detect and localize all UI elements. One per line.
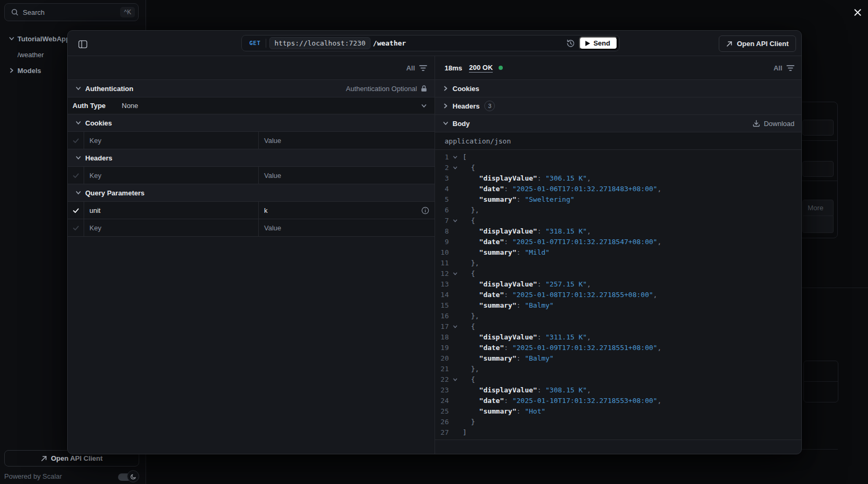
json-punctuation-token: : — [504, 185, 512, 193]
json-punctuation-token: , — [587, 280, 591, 288]
open-api-client-button[interactable]: Open API Client — [719, 35, 796, 52]
json-string-token: "Sweltering" — [525, 195, 574, 203]
row-checkbox-checked[interactable] — [68, 202, 84, 219]
info-icon[interactable] — [421, 207, 429, 214]
response-filter-all[interactable]: All — [773, 64, 794, 72]
code-text: "displayValue": "311.15 K", — [463, 332, 802, 343]
code-text: "summary": "Sweltering" — [463, 194, 802, 205]
send-button[interactable]: Send — [579, 37, 618, 50]
response-section-body[interactable]: Body Download — [435, 115, 802, 132]
row-key-input[interactable]: Key — [84, 219, 259, 236]
row-value-input[interactable]: k — [259, 202, 435, 219]
code-text: "displayValue": "306.15 K", — [463, 173, 802, 184]
json-punctuation-token: { — [463, 164, 475, 172]
row-checkbox[interactable] — [68, 219, 84, 236]
row-value-input[interactable]: Value — [259, 219, 435, 236]
line-number: 11 — [437, 258, 449, 268]
line-number: 13 — [437, 279, 449, 290]
chevron-down-icon — [75, 190, 82, 196]
json-key-token: "summary" — [463, 407, 517, 415]
chevron-right-icon — [442, 85, 449, 92]
fold-spacer — [449, 396, 463, 406]
background-more-label: More — [808, 204, 824, 212]
json-key-token: "summary" — [463, 248, 517, 256]
dark-mode-toggle[interactable] — [118, 470, 139, 483]
section-query-parameters[interactable]: Query Parameters — [68, 184, 435, 202]
fold-chevron-icon[interactable] — [449, 163, 463, 173]
section-title: Cookies — [453, 85, 480, 93]
line-number: 27 — [437, 427, 449, 438]
json-string-token: "Balmy" — [525, 301, 554, 309]
code-line: 18 "displayValue": "311.15 K", — [435, 332, 802, 343]
sidebar-item-label: Models — [17, 67, 41, 75]
fold-spacer — [449, 332, 463, 343]
json-punctuation-token: , — [657, 397, 662, 405]
address-bar[interactable]: GET https://localhost:7230 /weather Send — [241, 35, 620, 51]
fold-chevron-icon[interactable] — [449, 268, 463, 279]
sidebar-toggle-icon[interactable] — [78, 40, 87, 48]
code-text: { — [463, 321, 802, 332]
response-status[interactable]: 200 OK — [469, 64, 493, 73]
fold-chevron-icon[interactable] — [449, 374, 463, 385]
response-section-cookies[interactable]: Cookies — [435, 80, 802, 97]
request-path[interactable]: /weather — [373, 39, 406, 47]
fold-chevron-icon[interactable] — [449, 321, 463, 332]
value-placeholder: Value — [264, 172, 281, 180]
history-icon[interactable] — [566, 39, 575, 48]
row-value-input[interactable]: Value — [259, 132, 435, 149]
json-punctuation-token: : — [504, 397, 512, 405]
section-cookies[interactable]: Cookies — [68, 114, 435, 132]
json-key-token: "summary" — [463, 354, 517, 362]
fold-chevron-icon[interactable] — [449, 152, 463, 163]
row-key-input[interactable]: unit — [84, 202, 259, 219]
background-more-button: More — [802, 200, 834, 216]
response-body-code[interactable]: 1[2 {3 "displayValue": "306.15 K",4 "dat… — [435, 150, 802, 440]
chevron-right-icon — [8, 67, 15, 74]
code-text: "summary": "Hot" — [463, 406, 802, 417]
code-text: }, — [463, 364, 802, 374]
chevron-right-icon — [442, 103, 449, 109]
fold-spacer — [449, 279, 463, 290]
code-text: }, — [463, 258, 802, 268]
json-string-token: "Balmy" — [525, 354, 554, 362]
json-punctuation-token: , — [587, 386, 591, 394]
auth-type-row[interactable]: Auth Type None — [68, 97, 435, 114]
background-divider — [804, 381, 838, 382]
fold-spacer — [449, 184, 463, 194]
json-key-token: "date" — [463, 344, 504, 352]
section-authentication[interactable]: Authentication Authentication Optional — [68, 80, 435, 97]
filter-all-label: All — [406, 64, 415, 72]
json-string-token: "2025-01-10T17:01:32.2718553+08:00" — [512, 397, 657, 405]
code-line: 12 { — [435, 268, 802, 279]
request-filter-all[interactable]: All — [406, 64, 427, 72]
section-headers[interactable]: Headers — [68, 149, 435, 167]
check-icon — [73, 207, 79, 214]
json-punctuation-token: ] — [463, 428, 467, 436]
json-punctuation-token: : — [504, 344, 512, 352]
search-input[interactable]: Search ^K — [4, 3, 139, 21]
row-key-input[interactable]: Key — [84, 132, 259, 149]
row-checkbox[interactable] — [68, 132, 84, 149]
fold-chevron-icon[interactable] — [449, 216, 463, 226]
download-button[interactable]: Download — [753, 120, 794, 128]
json-punctuation-token: , — [657, 185, 662, 193]
search-icon — [11, 8, 19, 16]
powered-by-scalar[interactable]: Powered by Scalar — [4, 472, 62, 480]
close-icon[interactable] — [850, 5, 865, 20]
json-punctuation-token: : — [537, 174, 546, 182]
code-line: 23 "displayValue": "308.15 K", — [435, 385, 802, 396]
response-section-headers[interactable]: Headers 3 — [435, 97, 802, 115]
row-key-input[interactable]: Key — [84, 167, 259, 184]
search-shortcut: ^K — [120, 7, 135, 17]
json-string-token: "2025-01-09T17:01:32.2718551+08:00" — [512, 344, 657, 352]
base-url[interactable]: https://localhost:7230 — [269, 37, 370, 49]
row-value-input[interactable]: Value — [259, 167, 435, 184]
code-line: 3 "displayValue": "306.15 K", — [435, 173, 802, 184]
auth-type-value[interactable]: None — [122, 102, 138, 110]
json-punctuation-token: { — [463, 375, 475, 383]
fold-spacer — [449, 427, 463, 438]
http-method-badge[interactable]: GET — [249, 40, 260, 47]
row-checkbox[interactable] — [68, 167, 84, 184]
fold-spacer — [449, 173, 463, 184]
code-line: 14 "date": "2025-01-08T17:01:32.271855+0… — [435, 290, 802, 300]
